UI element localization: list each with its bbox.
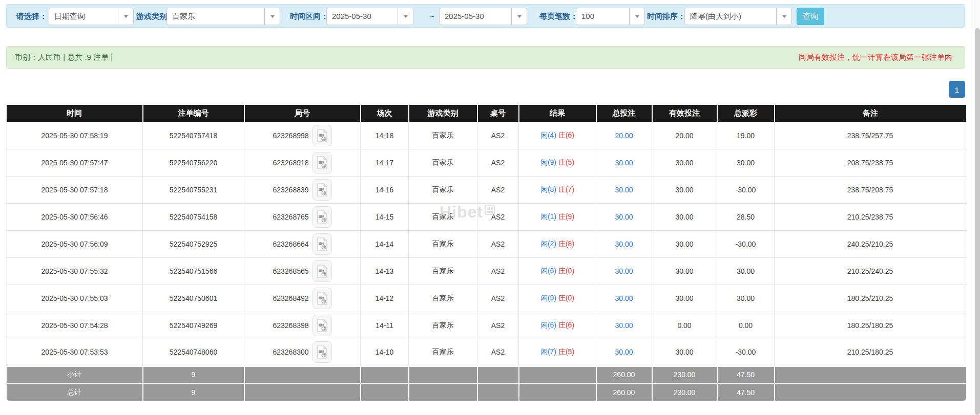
summary-bar: 币别：人民币 | 总共 :9 注单 | 同局有效投注，统一计算在该局第一张注单内	[6, 46, 965, 69]
video-replay-button[interactable]	[312, 260, 332, 282]
header-time: 时间	[7, 105, 143, 122]
subtotal-count: 9	[143, 366, 244, 383]
cell-time: 2025-05-30 07:57:18	[7, 176, 143, 203]
total-bet-link[interactable]: 30.00	[615, 186, 633, 194]
page-size-select[interactable]: 100	[576, 8, 645, 25]
video-replay-icon	[317, 210, 328, 224]
video-replay-button[interactable]	[312, 206, 332, 228]
cell-time: 2025-05-30 07:57:47	[7, 149, 143, 176]
total-bet-link[interactable]: 30.00	[615, 348, 633, 356]
total-bet-link[interactable]: 30.00	[615, 213, 633, 221]
total-bet-link[interactable]: 30.00	[615, 321, 633, 330]
date-to-select[interactable]: 2025-05-30	[439, 8, 527, 25]
sort-value: 降幂(由大到小)	[690, 8, 775, 25]
cell-session: 14-13	[361, 257, 409, 285]
video-replay-button[interactable]	[312, 152, 332, 173]
header-bet-number: 注单编号	[143, 105, 244, 122]
result-player: 闲(9)	[540, 158, 556, 166]
cell-total-bet: 30.00	[596, 312, 652, 339]
chevron-down-icon	[776, 8, 791, 25]
video-replay-icon	[317, 319, 328, 332]
header-game-category: 游戏类别	[409, 105, 477, 122]
cell-session: 14-17	[361, 149, 409, 176]
total-bet-link[interactable]: 30.00	[615, 267, 633, 275]
cell-valid-bet: 30.00	[652, 257, 717, 285]
cell-payout: 30.00	[717, 149, 775, 176]
cell-result: 闲(2) 庄(8)	[519, 230, 596, 257]
chevron-down-icon	[629, 8, 644, 25]
cell-time: 2025-05-30 07:54:28	[7, 312, 143, 339]
page-button-1[interactable]: 1	[949, 81, 965, 98]
scrollbar[interactable]	[974, 0, 980, 415]
sort-select[interactable]: 降幂(由大到小)	[684, 8, 792, 25]
video-replay-icon	[317, 183, 328, 196]
result-banker: 庄(6)	[558, 131, 574, 139]
cell-bet-number: 522540752925	[143, 230, 244, 257]
total-bet-link[interactable]: 30.00	[615, 159, 633, 167]
cell-result: 闲(4) 庄(6)	[519, 122, 596, 149]
cell-round-number: 623268839	[244, 176, 361, 203]
cell-game-category: 百家乐	[409, 203, 477, 230]
header-valid-bet: 有效投注	[652, 105, 717, 122]
cell-valid-bet: 0.00	[652, 312, 717, 339]
table-row: 2025-05-30 07:56:46522540754158623268765…	[7, 203, 966, 230]
cell-session: 14-14	[361, 230, 409, 257]
date-from-select[interactable]: 2025-05-30	[326, 8, 413, 25]
date-type-select[interactable]: 日期查询	[49, 8, 134, 25]
cell-round-number: 623268492	[244, 285, 361, 312]
video-replay-button[interactable]	[312, 315, 332, 336]
cell-result: 闲(1) 庄(9)	[519, 203, 596, 230]
cell-bet-number: 522540748060	[143, 339, 244, 366]
result-player: 闲(7)	[540, 347, 556, 356]
scrollbar-thumb[interactable]	[975, 28, 980, 415]
cell-result: 闲(8) 庄(7)	[519, 176, 596, 203]
total-bet-link[interactable]: 20.00	[615, 132, 633, 140]
cell-result: 闲(6) 庄(6)	[519, 312, 596, 339]
cell-table-number: AS2	[477, 176, 519, 203]
subtotal-label: 小计	[7, 366, 143, 383]
cell-game-category: 百家乐	[409, 149, 477, 176]
cell-result: 闲(9) 庄(5)	[519, 149, 596, 176]
result-banker: 庄(0)	[558, 294, 574, 302]
total-count: 9	[143, 383, 244, 401]
date-from-value: 2025-05-30	[332, 8, 397, 25]
total-bet-link[interactable]: 30.00	[615, 240, 633, 248]
date-type-value: 日期查询	[54, 8, 117, 25]
cell-round-number: 623268300	[244, 339, 361, 366]
cell-remark: 210.25/180.25	[775, 339, 966, 366]
total-bet-link[interactable]: 30.00	[615, 294, 633, 302]
video-replay-button[interactable]	[312, 125, 332, 146]
cell-total-bet: 20.00	[596, 122, 652, 149]
video-replay-button[interactable]	[312, 288, 332, 309]
select-type-label: 请选择：	[16, 5, 47, 28]
subtotal-row: 小计 9 260.00 230.00 47.50	[7, 366, 966, 383]
cell-table-number: AS2	[477, 122, 519, 149]
cell-valid-bet: 30.00	[652, 339, 717, 366]
cell-valid-bet: 30.00	[652, 230, 717, 257]
cell-payout: -30.00	[717, 176, 775, 203]
video-replay-button[interactable]	[312, 341, 332, 363]
video-replay-icon	[317, 237, 328, 251]
page: 请选择： 日期查询 游戏类别 百家乐 时间区间： 2025-05-30 ~ 20…	[0, 0, 980, 415]
cell-time: 2025-05-30 07:56:09	[7, 230, 143, 257]
result-player: 闲(2)	[540, 239, 556, 248]
cell-table-number: AS2	[477, 257, 519, 285]
round-number-text: 623268765	[273, 213, 308, 221]
game-category-select[interactable]: 百家乐	[166, 8, 280, 25]
cell-remark: 210.25/240.25	[775, 257, 966, 285]
video-replay-button[interactable]	[312, 179, 332, 201]
cell-remark: 238.75/208.75	[775, 176, 966, 203]
cell-payout: 28.50	[717, 203, 775, 230]
cell-round-number: 623268664	[244, 230, 361, 257]
result-player: 闲(4)	[540, 131, 556, 139]
total-valid-bet: 230.00	[652, 383, 717, 401]
cell-remark: 180.25/180.25	[775, 312, 966, 339]
cell-result: 闲(7) 庄(5)	[519, 339, 596, 366]
chevron-down-icon	[398, 8, 413, 25]
video-replay-button[interactable]	[312, 233, 332, 255]
search-button[interactable]: 查询	[797, 8, 824, 25]
header-total-bet: 总投注	[596, 105, 652, 122]
cell-payout: 19.00	[717, 122, 775, 149]
video-replay-icon	[317, 292, 328, 305]
total-payout: 47.50	[717, 383, 775, 401]
